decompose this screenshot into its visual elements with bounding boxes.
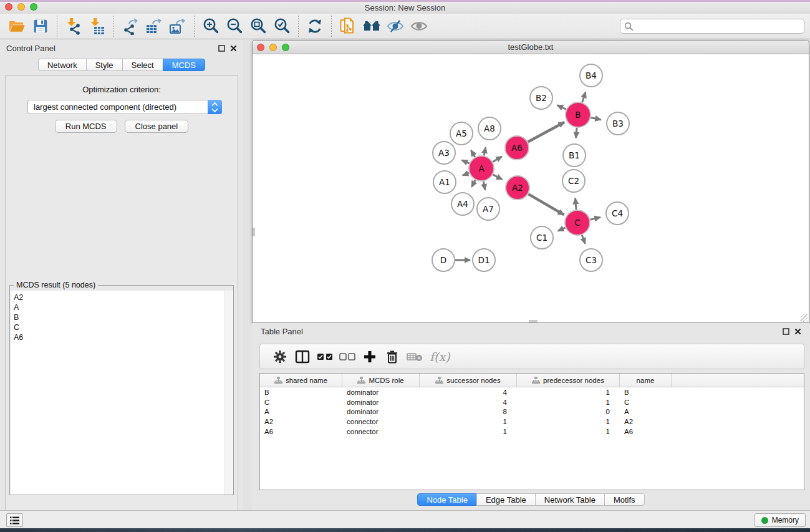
zoom-selected-button[interactable]: [270, 16, 294, 37]
edge-A6-B[interactable]: [528, 122, 564, 142]
zoom-in-button[interactable]: [199, 16, 223, 37]
close-panel-icon[interactable]: [230, 45, 237, 52]
export-image-button[interactable]: [166, 16, 190, 37]
node-A4[interactable]: A4: [451, 193, 474, 215]
horizontal-scroll-indicator[interactable]: [529, 320, 538, 322]
edge-C-C3[interactable]: [582, 235, 585, 244]
float-panel-icon[interactable]: [218, 45, 225, 52]
close-table-panel-icon[interactable]: [794, 328, 801, 335]
edge-B-B3[interactable]: [591, 118, 601, 120]
cell-MCDS-role[interactable]: dominator: [342, 399, 420, 406]
node-B1[interactable]: B1: [563, 144, 586, 167]
delete-table-button[interactable]: [403, 347, 426, 366]
node-C[interactable]: C: [565, 210, 590, 235]
column-header-shared-name[interactable]: shared name: [260, 374, 342, 387]
node-A6[interactable]: A6: [505, 136, 529, 160]
edge-A2-C[interactable]: [528, 194, 564, 215]
cell-successor-nodes[interactable]: 4: [420, 399, 517, 406]
edge-C-C2[interactable]: [576, 198, 577, 210]
network-graph[interactable]: B4B2BB3A5A8A6A3B1AA1C2A2A4A7C4CC1C3DD1: [253, 54, 809, 322]
mcds-result-item[interactable]: A6: [14, 332, 233, 342]
open-file-button[interactable]: [5, 16, 29, 37]
mcds-result-item[interactable]: B: [14, 312, 233, 322]
cell-predecessor-nodes[interactable]: 1: [517, 399, 620, 406]
zoom-network-button[interactable]: [282, 44, 289, 51]
node-B3[interactable]: B3: [607, 112, 629, 135]
zoom-fit-button[interactable]: [246, 16, 270, 37]
cell-name[interactable]: A6: [620, 428, 672, 435]
edge-A-A4[interactable]: [471, 180, 475, 187]
column-header-successor-nodes[interactable]: successor nodes: [420, 374, 517, 387]
cell-shared-name[interactable]: B: [260, 389, 342, 396]
resize-corner[interactable]: [801, 314, 808, 322]
first-neighbors-button[interactable]: [360, 16, 383, 37]
zoom-out-button[interactable]: [223, 16, 246, 37]
select-all-button[interactable]: [314, 347, 336, 366]
search-box[interactable]: [620, 19, 804, 34]
function-builder-button[interactable]: f(x): [430, 350, 450, 364]
node-D1[interactable]: D1: [473, 249, 495, 271]
cell-predecessor-nodes[interactable]: 0: [517, 408, 620, 415]
cell-shared-name[interactable]: A2: [260, 418, 342, 425]
node-C3[interactable]: C3: [580, 249, 602, 271]
edge-B-B4[interactable]: [582, 92, 586, 103]
node-C2[interactable]: C2: [562, 170, 585, 192]
hide-selected-button[interactable]: [383, 16, 407, 37]
cell-shared-name[interactable]: A: [260, 408, 342, 415]
cell-name[interactable]: A2: [620, 418, 672, 425]
run-mcds-button[interactable]: Run MCDS: [55, 120, 117, 133]
column-header-name[interactable]: name: [620, 374, 672, 387]
tab-network[interactable]: Network: [38, 59, 87, 71]
node-C4[interactable]: C4: [606, 202, 629, 225]
cell-name[interactable]: C: [620, 399, 672, 406]
network-window-titlebar[interactable]: testGlobe.txt: [253, 41, 809, 54]
node-C1[interactable]: C1: [531, 226, 553, 249]
node-A2[interactable]: A2: [506, 176, 529, 200]
edge-A-A5[interactable]: [471, 150, 475, 157]
cell-name[interactable]: A: [620, 408, 672, 415]
criterion-select[interactable]: largest connected component (directed): [27, 100, 222, 114]
tab-node-table[interactable]: Node Table: [417, 493, 477, 506]
export-table-button[interactable]: [142, 16, 166, 37]
table-row[interactable]: A6connector11A6: [260, 427, 804, 437]
refresh-button[interactable]: [303, 16, 327, 37]
import-network-button[interactable]: [62, 16, 85, 37]
cell-MCDS-role[interactable]: connector: [342, 418, 420, 425]
cell-shared-name[interactable]: C: [260, 399, 342, 406]
edge-B-B2[interactable]: [557, 105, 566, 110]
cell-MCDS-role[interactable]: dominator: [342, 408, 420, 415]
column-header-predecessor-nodes[interactable]: predecessor nodes: [517, 374, 620, 387]
mcds-result-list[interactable]: A2ABCA6: [11, 291, 233, 495]
cell-MCDS-role[interactable]: dominator: [342, 389, 420, 396]
tab-edge-table[interactable]: Edge Table: [476, 493, 536, 506]
node-A8[interactable]: A8: [478, 117, 501, 140]
close-panel-button[interactable]: Close panel: [125, 120, 189, 133]
table-settings-button[interactable]: [269, 347, 291, 366]
cell-shared-name[interactable]: A6: [260, 428, 342, 435]
cell-successor-nodes[interactable]: 1: [420, 418, 517, 425]
save-session-button[interactable]: [29, 16, 52, 37]
cell-predecessor-nodes[interactable]: 1: [517, 389, 620, 396]
close-network-button[interactable]: [257, 44, 264, 51]
cell-predecessor-nodes[interactable]: 1: [517, 428, 620, 435]
cell-successor-nodes[interactable]: 4: [420, 389, 517, 396]
delete-column-button[interactable]: [381, 347, 403, 366]
edge-A-A2[interactable]: [493, 175, 503, 180]
edge-A-A1[interactable]: [463, 173, 469, 175]
tab-network-table[interactable]: Network Table: [535, 493, 605, 506]
edge-A-A6[interactable]: [493, 157, 502, 162]
table-row[interactable]: A2connector11A2: [260, 417, 804, 427]
column-header-MCDS-role[interactable]: MCDS role: [342, 374, 420, 387]
tab-motifs[interactable]: Motifs: [604, 493, 645, 506]
cell-successor-nodes[interactable]: 1: [420, 428, 517, 435]
table-row[interactable]: Bdominator41B: [260, 387, 804, 397]
show-all-button[interactable]: [407, 16, 431, 37]
edge-A-A3[interactable]: [462, 160, 470, 163]
mcds-result-item[interactable]: C: [14, 322, 233, 332]
mcds-result-item[interactable]: A2: [14, 293, 233, 302]
node-A3[interactable]: A3: [433, 142, 455, 164]
cell-successor-nodes[interactable]: 8: [420, 408, 517, 415]
float-table-panel-icon[interactable]: [783, 328, 789, 335]
tab-style[interactable]: Style: [86, 59, 123, 71]
show-column-button[interactable]: [291, 347, 314, 366]
